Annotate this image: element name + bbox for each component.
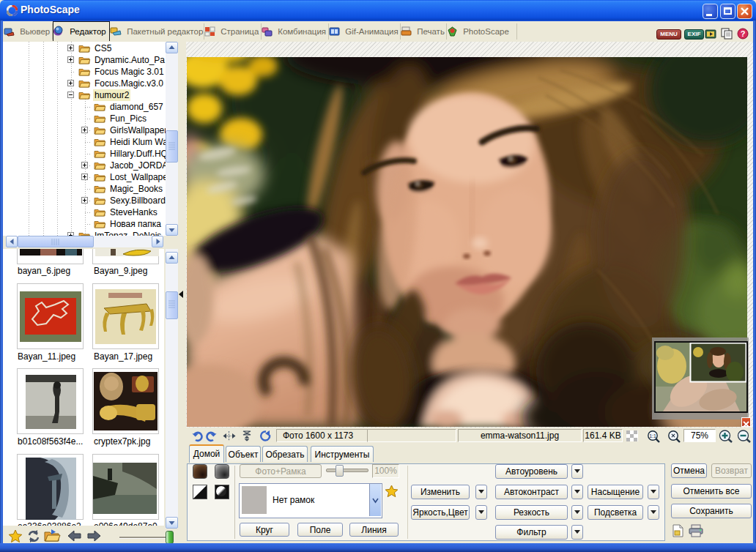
svg-text:?: ? [741,29,746,38]
svg-text:1:1: 1:1 [649,433,656,439]
